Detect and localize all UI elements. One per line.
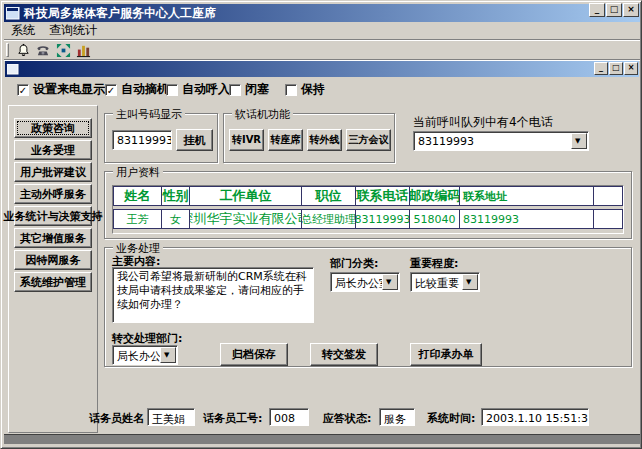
col-phone: 联系电话	[356, 187, 410, 205]
checkbox-block[interactable]: 闭塞	[229, 81, 269, 98]
dept-combobox[interactable]: 局长办公室	[330, 272, 400, 292]
checkbox-mark[interactable]	[166, 84, 178, 96]
cell-gender: 女	[162, 210, 190, 228]
archive-save-button[interactable]: 归档保存	[220, 343, 288, 366]
caller-number-field[interactable]: 83119993	[112, 130, 172, 150]
content-textarea[interactable]: 我公司希望将最新研制的CRM系统在科技局申请科技成果鉴定，请问相应的手续如何办理…	[112, 267, 314, 323]
grid-data-row[interactable]: 王芳 女 深圳华宇实业有限公司 总经理助理 83119993 518040 83…	[113, 209, 623, 229]
softphone-group-title: 软话机功能	[232, 107, 293, 122]
window-title: 科技局多媒体客户服务中心人工座席	[24, 5, 216, 22]
cell-position: 总经理助理	[302, 210, 356, 228]
cell-zipcode: 518040	[410, 210, 460, 228]
cell-phone: 83119993	[356, 210, 410, 228]
answer-state-label: 应答状态:	[323, 411, 371, 426]
transfer-dept-label: 转交处理部门:	[112, 331, 182, 346]
chevron-down-icon[interactable]	[382, 274, 398, 290]
col-zipcode: 邮政编码	[410, 187, 460, 205]
app-window: 科技局多媒体客户服务中心人工座席 _ □ × 系统 查询统计 _ □ ×	[0, 0, 642, 449]
transfer-dept-combobox[interactable]: 局长办公室	[112, 345, 178, 365]
col-name: 姓名	[114, 187, 162, 205]
user-info-title: 用户资料	[113, 165, 163, 180]
col-position: 职位	[302, 187, 356, 205]
child-window-icon	[7, 64, 19, 75]
chevron-down-icon[interactable]	[462, 274, 478, 290]
app-icon	[6, 7, 20, 20]
menu-system[interactable]: 系统	[4, 20, 42, 41]
chart-icon[interactable]	[73, 42, 93, 59]
phone-icon[interactable]	[33, 42, 53, 59]
queue-combobox[interactable]: 83119993	[413, 131, 589, 151]
checkbox-auto-answer[interactable]: ✓ 自动摘机	[105, 81, 169, 98]
queue-label: 当前呼叫队列中有4个电话	[413, 114, 553, 131]
softphone-group: 软话机功能 转IVR 转座席 转外线 三方会议	[223, 113, 395, 163]
transfer-outline-button[interactable]: 转外线	[307, 129, 342, 151]
cell-spacer	[594, 210, 622, 228]
transfer-ivr-button[interactable]: 转IVR	[229, 129, 264, 151]
cell-company: 深圳华宇实业有限公司	[190, 210, 302, 228]
sidebar-item-user-feedback[interactable]: 用户批评建议	[14, 162, 92, 182]
child-minimize-button[interactable]: _	[594, 62, 608, 75]
operator-name-field[interactable]: 王美娟	[147, 408, 195, 426]
chevron-down-icon[interactable]	[571, 133, 587, 149]
importance-selected-value: 比较重要	[415, 276, 459, 291]
forward-sign-button[interactable]: 转交签发	[310, 343, 378, 366]
minimize-button[interactable]: _	[589, 3, 605, 17]
user-info-group: 用户资料 姓名 性别 工作单位 职位 联系电话 邮政编码 联系地址 王芳 女 深…	[104, 171, 632, 239]
importance-combobox[interactable]: 比较重要	[410, 272, 480, 292]
queue-selected-value: 83119993	[418, 135, 474, 148]
system-time-label: 系统时间:	[427, 411, 475, 426]
sidebar-item-internet-service[interactable]: 因特网服务	[14, 250, 92, 270]
operator-name-label: 话务员姓名	[89, 411, 144, 426]
three-way-conf-button[interactable]: 三方会议	[346, 129, 391, 151]
system-time-field[interactable]: 2003.1.10 15:51:39	[481, 408, 589, 426]
sidebar-item-outbound-service[interactable]: 主动外呼服务	[14, 184, 92, 204]
sidebar-item-stats-support[interactable]: 业务统计与决策支持	[14, 206, 92, 226]
grid-header-row: 姓名 性别 工作单位 职位 联系电话 邮政编码 联系地址	[113, 186, 623, 206]
sidebar-item-system-maintain[interactable]: 系统维护管理	[14, 272, 92, 292]
dept-label: 部门分类:	[330, 256, 378, 271]
menu-bar: 系统 查询统计	[4, 22, 640, 40]
transfer-icon[interactable]	[53, 42, 73, 59]
checkbox-auto-call-in[interactable]: 自动呼入	[166, 81, 230, 98]
toolbar	[4, 41, 640, 60]
chevron-down-icon[interactable]	[160, 347, 176, 363]
col-company: 工作单位	[190, 187, 302, 205]
caller-group-title: 主叫号码显示	[113, 107, 185, 122]
col-address: 联系地址	[460, 187, 594, 205]
checkbox-mark[interactable]	[229, 84, 241, 96]
status-strip	[4, 434, 640, 445]
menu-query-stats[interactable]: 查询统计	[42, 20, 104, 41]
importance-label: 重要程度:	[410, 256, 458, 271]
cell-name: 王芳	[114, 210, 162, 228]
sidebar: 政策咨询 业务受理 用户批评建议 主动外呼服务 业务统计与决策支持 其它增值服务…	[8, 105, 98, 433]
print-form-button[interactable]: 打印承办单	[410, 343, 482, 366]
operator-id-field[interactable]: 008	[269, 408, 309, 426]
sidebar-item-value-added[interactable]: 其它增值服务	[14, 228, 92, 248]
hangup-button[interactable]: 挂机	[176, 129, 213, 151]
business-group: 业务处理 主要内容: 我公司希望将最新研制的CRM系统在科技局申请科技成果鉴定，…	[104, 247, 632, 367]
toolbar-grip	[6, 43, 9, 57]
checkbox-mark[interactable]: ✓	[105, 84, 117, 96]
checkbox-mark[interactable]: ✓	[17, 84, 29, 96]
child-close-button[interactable]: ×	[624, 62, 638, 75]
close-button[interactable]: ×	[623, 3, 639, 17]
answer-state-field[interactable]: 服务	[379, 408, 415, 426]
operator-id-label: 话务员工号:	[203, 411, 262, 426]
checkbox-caller-id-display[interactable]: ✓ 设置来电显示	[17, 81, 105, 98]
col-spacer	[594, 187, 622, 205]
checkbox-hold[interactable]: 保持	[285, 81, 325, 98]
cell-address: 83119993	[460, 210, 594, 228]
col-gender: 性别	[162, 187, 190, 205]
call-options-row: ✓ 设置来电显示 ✓ 自动摘机 自动呼入 闭塞 保持	[5, 81, 639, 97]
checkbox-mark[interactable]	[285, 84, 297, 96]
user-info-grid: 姓名 性别 工作单位 职位 联系电话 邮政编码 联系地址 王芳 女 深圳华宇实业…	[112, 185, 624, 234]
sidebar-item-policy-consult[interactable]: 政策咨询	[14, 118, 92, 138]
child-title-bar	[5, 61, 639, 77]
maximize-button[interactable]: □	[606, 3, 622, 17]
transfer-agent-button[interactable]: 转座席	[268, 129, 303, 151]
sidebar-item-business-accept[interactable]: 业务受理	[14, 140, 92, 160]
caller-number-group: 主叫号码显示 83119993 挂机	[104, 113, 218, 163]
child-maximize-button[interactable]: □	[609, 62, 623, 75]
bell-icon[interactable]	[13, 42, 33, 59]
